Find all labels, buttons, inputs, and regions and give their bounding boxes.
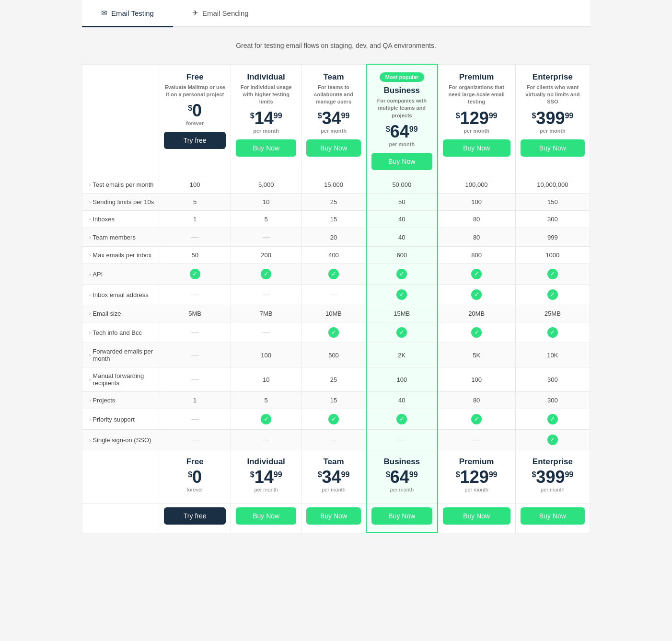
bottom-cta-cell-free: Try free xyxy=(159,504,231,533)
feature-label-cell[interactable]: ›API xyxy=(82,264,159,285)
price-period-business: per month xyxy=(371,141,432,147)
feature-label-cell[interactable]: ›Manual forwarding recipients xyxy=(82,367,159,392)
feature-label-cell[interactable]: ›Forwarded emails per month xyxy=(82,343,159,367)
feature-value-cell: ✓ xyxy=(438,264,516,285)
feature-value-cell: 1 xyxy=(159,211,231,228)
feature-value-cell: — xyxy=(159,285,231,305)
bottom-cta-premium[interactable]: Buy Now xyxy=(443,507,510,525)
feature-value-cell: — xyxy=(301,430,366,450)
feature-label-cell[interactable]: ›Max emails per inbox xyxy=(82,247,159,264)
check-icon: ✓ xyxy=(471,269,482,279)
feature-label-cell[interactable]: ›Team members xyxy=(82,228,159,247)
dash-icon: — xyxy=(191,328,199,336)
feature-value-cell: 15 xyxy=(301,392,366,409)
feature-label-cell[interactable]: ›Inbox email address xyxy=(82,285,159,305)
check-icon: ✓ xyxy=(261,414,271,424)
feature-value-cell: 5 xyxy=(231,392,301,409)
cta-free[interactable]: Try free xyxy=(164,132,226,149)
plan-name-team: Team xyxy=(306,72,361,84)
header-row: Free Evaluate Mailtrap or use it on a pe… xyxy=(82,64,590,176)
features-header-cell xyxy=(82,64,159,176)
bottom-cta-enterprise[interactable]: Buy Now xyxy=(521,507,585,525)
cta-premium[interactable]: Buy Now xyxy=(443,139,510,157)
feature-label-cell[interactable]: ›Single sign-on (SSO) xyxy=(82,430,159,450)
bottom-cta-business[interactable]: Buy Now xyxy=(371,507,432,525)
bottom-plan-name-free: Free $ 0 forever xyxy=(159,450,231,504)
feature-value-cell: 80 xyxy=(438,228,516,247)
price-cents-individual: 99 xyxy=(274,112,282,120)
chevron-icon: › xyxy=(89,252,91,258)
feature-value-cell: 1 xyxy=(159,392,231,409)
check-icon: ✓ xyxy=(471,414,482,424)
plan-name-individual: Individual xyxy=(236,72,296,84)
feature-value-cell: ✓ xyxy=(231,409,301,430)
feature-value-cell: 20 xyxy=(301,228,366,247)
feature-label-text: Manual forwarding recipients xyxy=(93,372,155,387)
dash-icon: — xyxy=(262,328,270,336)
plan-price-free: $ 0 xyxy=(164,102,226,119)
feature-value-cell: — xyxy=(231,430,301,450)
chevron-icon: › xyxy=(89,377,91,382)
plan-header-free: Free Evaluate Mailtrap or use it on a pe… xyxy=(159,64,231,176)
plan-desc-team: For teams to collaborate and manage user… xyxy=(306,84,361,106)
plan-desc-enterprise: For clients who want virtually no limits… xyxy=(521,84,585,106)
bottom-cta-individual[interactable]: Buy Now xyxy=(236,507,296,525)
chevron-icon: › xyxy=(89,437,91,443)
dash-icon: — xyxy=(191,351,199,359)
check-icon: ✓ xyxy=(547,289,558,300)
tab-email-sending[interactable]: ✈ Email Sending xyxy=(173,0,268,27)
bottom-cta-free[interactable]: Try free xyxy=(164,507,226,525)
bottom-cta-cell-individual: Buy Now xyxy=(231,504,301,533)
tab-email-testing-label: Email Testing xyxy=(111,9,154,17)
feature-value-cell: 5 xyxy=(231,211,301,228)
feature-value-cell: ✓ xyxy=(438,285,516,305)
cta-team[interactable]: Buy Now xyxy=(306,139,361,157)
feature-row: ›Sending limits per 10s5102550100150 xyxy=(82,194,590,211)
feature-value-cell: ✓ xyxy=(515,322,590,343)
price-main-individual: 14 xyxy=(255,110,274,127)
feature-label-text: API xyxy=(93,271,103,278)
feature-label-text: Test emails per month xyxy=(93,181,153,188)
feature-label-cell[interactable]: ›Tech info and Bcc xyxy=(82,322,159,343)
feature-label-cell[interactable]: ›Sending limits per 10s xyxy=(82,194,159,211)
feature-label-text: Inboxes xyxy=(93,216,115,223)
feature-label-cell[interactable]: ›Test emails per month xyxy=(82,176,159,194)
feature-label-cell[interactable]: ›Projects xyxy=(82,392,159,409)
feature-value-cell: 40 xyxy=(366,392,438,409)
cta-individual[interactable]: Buy Now xyxy=(236,139,296,157)
feature-label-cell[interactable]: ›Priority support xyxy=(82,409,159,430)
plan-price-team: $ 34 99 xyxy=(306,110,361,127)
dash-icon: — xyxy=(262,435,270,444)
email-testing-icon: ✉ xyxy=(101,9,107,17)
feature-value-cell: 800 xyxy=(438,247,516,264)
feature-value-cell: 100 xyxy=(366,367,438,392)
dash-icon: — xyxy=(191,375,199,383)
cta-enterprise[interactable]: Buy Now xyxy=(521,139,585,157)
feature-label-cell[interactable]: ›Inboxes xyxy=(82,211,159,228)
feature-label-text: Max emails per inbox xyxy=(93,252,151,259)
dash-icon: — xyxy=(473,435,480,444)
feature-value-cell: 10 xyxy=(231,367,301,392)
price-cents-team: 99 xyxy=(341,112,350,120)
bottom-cta-cell-premium: Buy Now xyxy=(438,504,516,533)
feature-value-cell: ✓ xyxy=(366,322,438,343)
feature-value-cell: — xyxy=(231,228,301,247)
feature-label-cell[interactable]: ›Email size xyxy=(82,305,159,322)
chevron-icon: › xyxy=(89,353,91,358)
feature-row: ›Single sign-on (SSO)—————✓ xyxy=(82,430,590,450)
bottom-cta-team[interactable]: Buy Now xyxy=(306,507,361,525)
feature-row: ›Max emails per inbox502004006008001000 xyxy=(82,247,590,264)
chevron-icon: › xyxy=(89,235,91,240)
plan-header-business: Most popular Business For companies with… xyxy=(366,64,438,176)
price-main-business: 64 xyxy=(390,123,409,140)
feature-value-cell: 500 xyxy=(301,343,366,367)
feature-label-text: Inbox email address xyxy=(93,291,148,298)
feature-row: ›Inboxes15154080300 xyxy=(82,211,590,228)
price-cents-premium: 99 xyxy=(489,112,498,120)
chevron-icon: › xyxy=(89,311,91,316)
cta-business[interactable]: Buy Now xyxy=(371,153,432,170)
bottom-period-free: forever xyxy=(164,487,226,492)
feature-value-cell: 25MB xyxy=(515,305,590,322)
tab-email-testing[interactable]: ✉ Email Testing xyxy=(82,0,173,27)
chevron-icon: › xyxy=(89,417,91,422)
